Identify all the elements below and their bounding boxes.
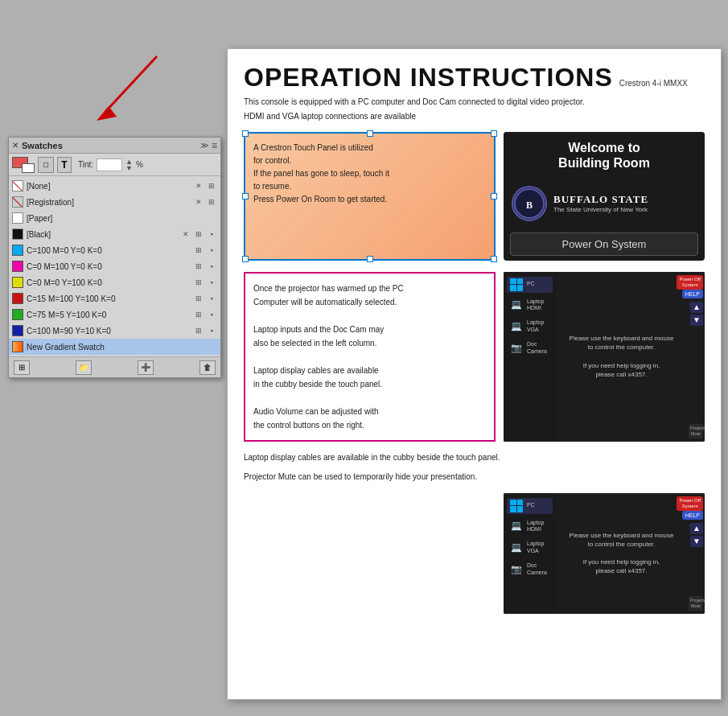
cp1-help-line1: Please use the keyboard and mouse	[570, 335, 674, 342]
foreground-background-colors[interactable]	[12, 157, 35, 173]
swatch-item-registration[interactable]: [Registration] ✕ ⊞	[9, 194, 220, 210]
swatch-item-yellow[interactable]: C=0 M=0 Y=100 K=0 ⊞ ▪	[9, 274, 220, 290]
svg-line-0	[105, 56, 157, 113]
swatch-cyan-grid[interactable]: ⊞	[193, 245, 204, 256]
swatch-yellow-grid[interactable]: ⊞	[193, 277, 204, 288]
swatch-green-grid[interactable]: ⊞	[193, 309, 204, 320]
power-on-button[interactable]: Power On System	[510, 232, 698, 256]
swatch-cyan-sq[interactable]: ▪	[206, 245, 217, 256]
footer-new-color-group-button[interactable]: 📁	[76, 360, 92, 375]
swatch-item-red[interactable]: C=15 M=100 Y=100 K=0 ⊞ ▪	[9, 290, 220, 307]
handle-top-left[interactable]	[242, 130, 249, 137]
cp1-volume-down-button[interactable]: ▼	[690, 315, 703, 326]
box2-line4: Laptop inputs and the Doc Cam may	[253, 325, 384, 334]
swatch-black-label: [Black]	[27, 230, 177, 239]
cp2-source-pc[interactable]: PC	[507, 498, 553, 514]
cp1-source-doc-cam[interactable]: 📷 DocCamera	[507, 339, 553, 357]
cp2-power-off-button[interactable]: Power OffSystem	[677, 496, 703, 511]
tint-stepper[interactable]: ▲ ▼	[125, 158, 133, 171]
cp1-help-line2: to control the computer.	[588, 344, 656, 351]
fill-color-button[interactable]: □	[38, 157, 54, 173]
swatch-red-sq[interactable]: ▪	[206, 293, 217, 304]
swatch-paper-label: [Paper]	[27, 214, 217, 223]
swatch-red-grid[interactable]: ⊞	[193, 293, 204, 304]
cp2-doc-cam-label: DocCamera	[527, 562, 547, 576]
handle-mid-right[interactable]	[491, 193, 497, 200]
background-color[interactable]	[22, 163, 35, 173]
cp1-projector-mute-button[interactable]: ProjectorMute	[689, 424, 703, 438]
cp1-source-laptop-hdmi[interactable]: 💻 LaptopHDMI	[507, 296, 553, 315]
box1-line2: for control.	[253, 156, 291, 165]
swatch-green-sq[interactable]: ▪	[206, 309, 217, 320]
cp1-help-line4: If you need help logging in,	[583, 362, 660, 369]
swatch-black-x[interactable]: ✕	[180, 228, 191, 240]
box1-line3: If the panel has gone to sleep, touch it	[253, 169, 389, 178]
panel-collapse-button[interactable]: ≫	[200, 141, 208, 150]
cp1-power-off-button[interactable]: Power OffSystem	[677, 275, 703, 290]
tint-input[interactable]	[97, 158, 122, 171]
handle-top-right[interactable]	[491, 130, 497, 137]
handle-mid-bottom[interactable]	[367, 256, 373, 262]
box2-line2: Computer will be automatically selected.	[253, 298, 397, 307]
red-arrow-decoration	[80, 48, 169, 137]
swatch-reg-x[interactable]: ✕	[193, 196, 204, 208]
cp2-volume-up-button[interactable]: ▲	[690, 523, 703, 534]
swatch-blue-grid[interactable]: ⊞	[193, 325, 204, 336]
orange-text-box[interactable]: A Crestron Touch Panel is utilized for c…	[244, 132, 496, 260]
swatch-item-new-gradient[interactable]: New Gradient Swatch	[9, 339, 220, 355]
swatch-green-label: C=75 M=5 Y=100 K=0	[27, 311, 190, 319]
handle-bottom-right[interactable]	[491, 256, 497, 262]
cp2-help-line2: to control the computer.	[588, 541, 656, 548]
swatch-black-grid[interactable]: ⊞	[193, 228, 204, 240]
handle-top-mid[interactable]	[367, 130, 373, 137]
swatch-item-none[interactable]: [None] ✕ ⊞	[9, 178, 220, 194]
welcome-header: Welcome to Building Room	[504, 132, 705, 179]
document-area: OPERATION INSTRUCTIONS Crestron 4-i MMXX…	[227, 48, 722, 700]
swatch-item-magenta[interactable]: C=0 M=100 Y=0 K=0 ⊞ ▪	[9, 258, 220, 274]
swatch-black-sq[interactable]: ▪	[206, 228, 217, 240]
cp1-help-text: Please use the keyboard and mouse to con…	[561, 334, 682, 379]
swatch-item-blue[interactable]: C=100 M=90 Y=10 K=0 ⊞ ▪	[9, 323, 220, 339]
swatch-none-grid1[interactable]: ⊞	[206, 180, 217, 191]
cp2-projector-mute-button[interactable]: ProjectorMute	[689, 596, 703, 610]
swatch-item-black[interactable]: [Black] ✕ ⊞ ▪	[9, 226, 220, 242]
handle-bottom-left[interactable]	[242, 256, 249, 262]
swatch-reg-grid[interactable]: ⊞	[206, 196, 217, 208]
footer-swatch-libraries-button[interactable]: ⊞	[14, 360, 30, 375]
cp2-help-button[interactable]: HELP	[682, 511, 703, 520]
swatch-reg-icon	[12, 196, 23, 208]
cp2-volume-down-button[interactable]: ▼	[690, 536, 703, 547]
box2-line8: in the cubby beside the touch panel.	[253, 380, 382, 389]
swatch-magenta-sq[interactable]: ▪	[206, 261, 217, 272]
cp1-volume-controls: ▲ ▼	[690, 302, 703, 326]
document-title: OPERATION INSTRUCTIONS	[244, 64, 613, 92]
cp2-source-laptop-vga[interactable]: 💻 LaptopVGA	[507, 538, 553, 557]
panel-close-button[interactable]: ✕	[12, 141, 19, 150]
text-color-button[interactable]: T	[57, 157, 72, 173]
box1-line5: Press Power On Room to get started.	[253, 195, 387, 204]
cp1-laptop-hdmi-icon: 💻	[508, 299, 524, 311]
cp1-volume-up-button[interactable]: ▲	[690, 302, 703, 313]
footer-delete-swatch-button[interactable]: 🗑	[199, 360, 216, 375]
swatch-magenta-label: C=0 M=100 Y=0 K=0	[27, 262, 190, 271]
swatch-blue-sq[interactable]: ▪	[206, 325, 217, 336]
swatch-reg-label: [Registration]	[27, 198, 190, 207]
swatch-yellow-sq[interactable]: ▪	[206, 277, 217, 288]
handle-mid-left[interactable]	[242, 193, 249, 200]
cp1-help-button[interactable]: HELP	[682, 290, 703, 298]
swatch-item-green[interactable]: C=75 M=5 Y=100 K=0 ⊞ ▪	[9, 307, 220, 323]
swatch-item-cyan[interactable]: C=100 M=0 Y=0 K=0 ⊞ ▪	[9, 242, 220, 258]
cp2-pc-label: PC	[527, 502, 535, 508]
footer-new-swatch-button[interactable]: ➕	[138, 360, 154, 375]
cp2-source-doc-cam[interactable]: 📷 DocCamera	[507, 560, 553, 578]
swatch-red-actions: ⊞ ▪	[193, 293, 217, 304]
cp2-source-laptop-hdmi[interactable]: 💻 LaptopHDMI	[507, 517, 553, 536]
panel-menu-button[interactable]: ≡	[212, 140, 217, 151]
cp1-source-laptop-vga[interactable]: 💻 LaptopVGA	[507, 317, 553, 335]
swatch-magenta-grid[interactable]: ⊞	[193, 261, 204, 272]
cp1-source-pc[interactable]: PC	[507, 277, 553, 293]
swatch-magenta-actions: ⊞ ▪	[193, 261, 217, 272]
swatch-none-x1[interactable]: ✕	[193, 180, 204, 191]
swatch-item-paper[interactable]: [Paper]	[9, 210, 220, 226]
box2-line1: Once the projector has warmed up the PC	[253, 284, 404, 293]
